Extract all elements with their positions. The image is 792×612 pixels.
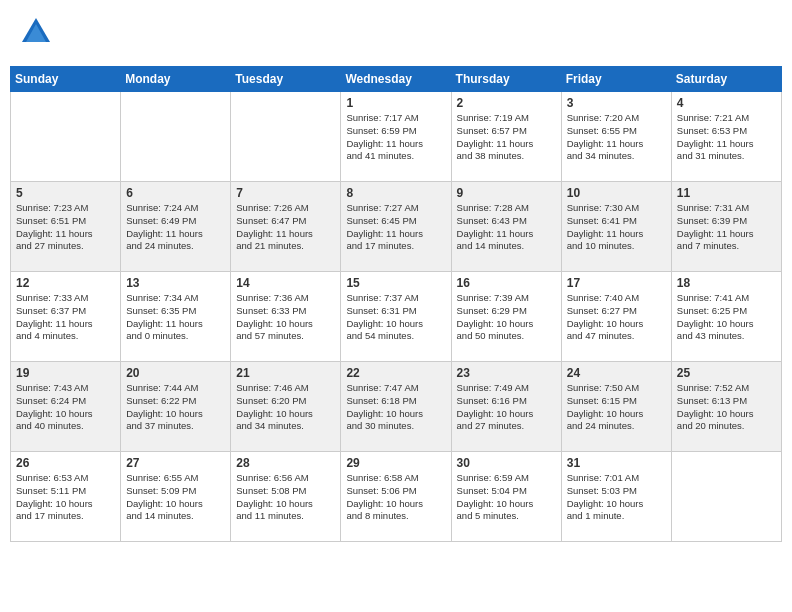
day-number: 17 [567, 276, 666, 290]
day-number: 1 [346, 96, 445, 110]
calendar-cell: 8Sunrise: 7:27 AM Sunset: 6:45 PM Daylig… [341, 182, 451, 272]
day-info: Sunrise: 7:44 AM Sunset: 6:22 PM Dayligh… [126, 382, 225, 433]
weekday-header-sunday: Sunday [11, 67, 121, 92]
weekday-header-tuesday: Tuesday [231, 67, 341, 92]
logo-image [18, 14, 54, 54]
calendar-cell: 5Sunrise: 7:23 AM Sunset: 6:51 PM Daylig… [11, 182, 121, 272]
day-number: 8 [346, 186, 445, 200]
day-number: 4 [677, 96, 776, 110]
logo [18, 14, 54, 54]
weekday-header-wednesday: Wednesday [341, 67, 451, 92]
week-row-2: 5Sunrise: 7:23 AM Sunset: 6:51 PM Daylig… [11, 182, 782, 272]
day-info: Sunrise: 7:47 AM Sunset: 6:18 PM Dayligh… [346, 382, 445, 433]
day-number: 23 [457, 366, 556, 380]
day-number: 25 [677, 366, 776, 380]
day-number: 6 [126, 186, 225, 200]
calendar-cell [11, 92, 121, 182]
weekday-header-friday: Friday [561, 67, 671, 92]
weekday-header-monday: Monday [121, 67, 231, 92]
week-row-1: 1Sunrise: 7:17 AM Sunset: 6:59 PM Daylig… [11, 92, 782, 182]
day-number: 21 [236, 366, 335, 380]
calendar-cell: 25Sunrise: 7:52 AM Sunset: 6:13 PM Dayli… [671, 362, 781, 452]
day-info: Sunrise: 7:41 AM Sunset: 6:25 PM Dayligh… [677, 292, 776, 343]
calendar-cell: 15Sunrise: 7:37 AM Sunset: 6:31 PM Dayli… [341, 272, 451, 362]
day-number: 2 [457, 96, 556, 110]
weekday-header-row: SundayMondayTuesdayWednesdayThursdayFrid… [11, 67, 782, 92]
weekday-header-saturday: Saturday [671, 67, 781, 92]
day-info: Sunrise: 7:39 AM Sunset: 6:29 PM Dayligh… [457, 292, 556, 343]
calendar-cell [671, 452, 781, 542]
calendar-cell [231, 92, 341, 182]
calendar: SundayMondayTuesdayWednesdayThursdayFrid… [10, 66, 782, 542]
day-number: 14 [236, 276, 335, 290]
day-number: 28 [236, 456, 335, 470]
day-info: Sunrise: 7:34 AM Sunset: 6:35 PM Dayligh… [126, 292, 225, 343]
calendar-cell: 26Sunrise: 6:53 AM Sunset: 5:11 PM Dayli… [11, 452, 121, 542]
day-info: Sunrise: 6:59 AM Sunset: 5:04 PM Dayligh… [457, 472, 556, 523]
calendar-cell: 20Sunrise: 7:44 AM Sunset: 6:22 PM Dayli… [121, 362, 231, 452]
day-number: 13 [126, 276, 225, 290]
day-number: 10 [567, 186, 666, 200]
day-info: Sunrise: 7:17 AM Sunset: 6:59 PM Dayligh… [346, 112, 445, 163]
day-number: 15 [346, 276, 445, 290]
calendar-cell: 3Sunrise: 7:20 AM Sunset: 6:55 PM Daylig… [561, 92, 671, 182]
day-info: Sunrise: 7:26 AM Sunset: 6:47 PM Dayligh… [236, 202, 335, 253]
day-info: Sunrise: 7:20 AM Sunset: 6:55 PM Dayligh… [567, 112, 666, 163]
calendar-cell: 27Sunrise: 6:55 AM Sunset: 5:09 PM Dayli… [121, 452, 231, 542]
day-info: Sunrise: 7:23 AM Sunset: 6:51 PM Dayligh… [16, 202, 115, 253]
calendar-body: 1Sunrise: 7:17 AM Sunset: 6:59 PM Daylig… [11, 92, 782, 542]
day-info: Sunrise: 7:52 AM Sunset: 6:13 PM Dayligh… [677, 382, 776, 433]
day-info: Sunrise: 6:53 AM Sunset: 5:11 PM Dayligh… [16, 472, 115, 523]
day-info: Sunrise: 7:36 AM Sunset: 6:33 PM Dayligh… [236, 292, 335, 343]
calendar-cell: 23Sunrise: 7:49 AM Sunset: 6:16 PM Dayli… [451, 362, 561, 452]
calendar-cell: 30Sunrise: 6:59 AM Sunset: 5:04 PM Dayli… [451, 452, 561, 542]
calendar-cell: 31Sunrise: 7:01 AM Sunset: 5:03 PM Dayli… [561, 452, 671, 542]
day-info: Sunrise: 7:40 AM Sunset: 6:27 PM Dayligh… [567, 292, 666, 343]
calendar-cell: 28Sunrise: 6:56 AM Sunset: 5:08 PM Dayli… [231, 452, 341, 542]
day-info: Sunrise: 7:21 AM Sunset: 6:53 PM Dayligh… [677, 112, 776, 163]
day-number: 12 [16, 276, 115, 290]
calendar-cell: 18Sunrise: 7:41 AM Sunset: 6:25 PM Dayli… [671, 272, 781, 362]
day-number: 22 [346, 366, 445, 380]
day-info: Sunrise: 7:49 AM Sunset: 6:16 PM Dayligh… [457, 382, 556, 433]
calendar-cell: 12Sunrise: 7:33 AM Sunset: 6:37 PM Dayli… [11, 272, 121, 362]
calendar-cell: 11Sunrise: 7:31 AM Sunset: 6:39 PM Dayli… [671, 182, 781, 272]
calendar-cell: 9Sunrise: 7:28 AM Sunset: 6:43 PM Daylig… [451, 182, 561, 272]
day-number: 24 [567, 366, 666, 380]
calendar-cell: 1Sunrise: 7:17 AM Sunset: 6:59 PM Daylig… [341, 92, 451, 182]
day-number: 7 [236, 186, 335, 200]
day-info: Sunrise: 6:58 AM Sunset: 5:06 PM Dayligh… [346, 472, 445, 523]
calendar-cell: 13Sunrise: 7:34 AM Sunset: 6:35 PM Dayli… [121, 272, 231, 362]
day-number: 3 [567, 96, 666, 110]
day-info: Sunrise: 7:33 AM Sunset: 6:37 PM Dayligh… [16, 292, 115, 343]
day-number: 26 [16, 456, 115, 470]
calendar-cell: 6Sunrise: 7:24 AM Sunset: 6:49 PM Daylig… [121, 182, 231, 272]
calendar-cell: 14Sunrise: 7:36 AM Sunset: 6:33 PM Dayli… [231, 272, 341, 362]
day-number: 20 [126, 366, 225, 380]
calendar-cell: 19Sunrise: 7:43 AM Sunset: 6:24 PM Dayli… [11, 362, 121, 452]
day-info: Sunrise: 7:43 AM Sunset: 6:24 PM Dayligh… [16, 382, 115, 433]
day-number: 5 [16, 186, 115, 200]
calendar-cell: 10Sunrise: 7:30 AM Sunset: 6:41 PM Dayli… [561, 182, 671, 272]
calendar-cell: 22Sunrise: 7:47 AM Sunset: 6:18 PM Dayli… [341, 362, 451, 452]
week-row-4: 19Sunrise: 7:43 AM Sunset: 6:24 PM Dayli… [11, 362, 782, 452]
day-number: 30 [457, 456, 556, 470]
header [10, 10, 782, 58]
day-info: Sunrise: 7:37 AM Sunset: 6:31 PM Dayligh… [346, 292, 445, 343]
week-row-3: 12Sunrise: 7:33 AM Sunset: 6:37 PM Dayli… [11, 272, 782, 362]
day-info: Sunrise: 7:27 AM Sunset: 6:45 PM Dayligh… [346, 202, 445, 253]
day-info: Sunrise: 7:50 AM Sunset: 6:15 PM Dayligh… [567, 382, 666, 433]
day-number: 31 [567, 456, 666, 470]
day-number: 29 [346, 456, 445, 470]
calendar-cell: 29Sunrise: 6:58 AM Sunset: 5:06 PM Dayli… [341, 452, 451, 542]
week-row-5: 26Sunrise: 6:53 AM Sunset: 5:11 PM Dayli… [11, 452, 782, 542]
calendar-cell: 17Sunrise: 7:40 AM Sunset: 6:27 PM Dayli… [561, 272, 671, 362]
day-number: 9 [457, 186, 556, 200]
day-number: 18 [677, 276, 776, 290]
day-info: Sunrise: 7:01 AM Sunset: 5:03 PM Dayligh… [567, 472, 666, 523]
day-info: Sunrise: 7:46 AM Sunset: 6:20 PM Dayligh… [236, 382, 335, 433]
day-number: 27 [126, 456, 225, 470]
weekday-header-thursday: Thursday [451, 67, 561, 92]
day-number: 11 [677, 186, 776, 200]
day-info: Sunrise: 7:31 AM Sunset: 6:39 PM Dayligh… [677, 202, 776, 253]
